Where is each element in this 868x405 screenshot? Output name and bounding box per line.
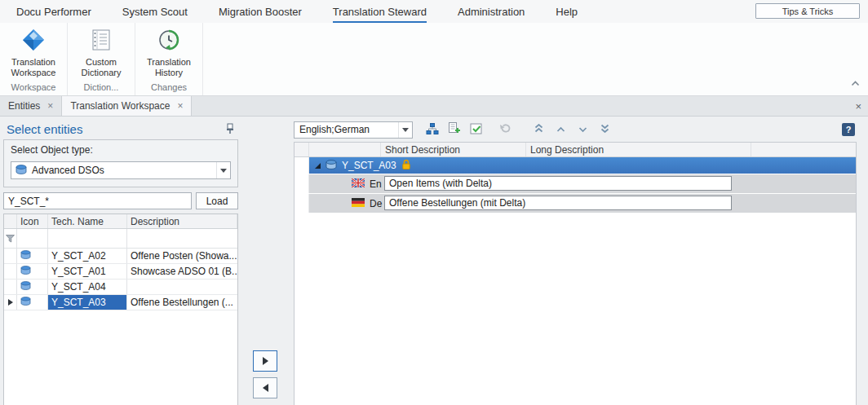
transfer-button-column bbox=[241, 117, 289, 405]
germany-flag-icon bbox=[352, 198, 365, 209]
column-header-short-description[interactable]: Short Description bbox=[381, 143, 526, 156]
close-icon[interactable]: × bbox=[47, 101, 53, 111]
tips-and-tricks-button[interactable]: Tips & Tricks bbox=[755, 3, 860, 19]
menu-item-system-scout[interactable]: System Scout bbox=[122, 0, 188, 23]
column-header-long-description[interactable]: Long Description bbox=[526, 143, 751, 156]
auto-filter-row[interactable] bbox=[4, 229, 237, 249]
column-header-tech-name[interactable]: Tech. Name bbox=[48, 214, 127, 228]
scroll-last-button[interactable] bbox=[596, 121, 613, 138]
document-tab-bar: Entities × Translation Workspace × × bbox=[0, 96, 868, 117]
language-label: De bbox=[370, 198, 382, 209]
column-header-entity[interactable] bbox=[309, 143, 381, 156]
close-icon[interactable]: × bbox=[177, 101, 183, 111]
menubar: Docu Performer System Scout Migration Bo… bbox=[0, 0, 868, 23]
undo-button[interactable] bbox=[496, 121, 514, 138]
load-button[interactable]: Load bbox=[196, 192, 238, 209]
adso-icon bbox=[20, 281, 31, 293]
translation-toolbar: English;German bbox=[292, 119, 857, 141]
translation-row[interactable]: De bbox=[294, 194, 856, 214]
ribbon: Translation Workspace Workspace bbox=[0, 23, 868, 96]
main-area: Select entities Select Object type: A bbox=[0, 117, 868, 405]
menu-item-docu-performer[interactable]: Docu Performer bbox=[16, 0, 91, 23]
tab-entities[interactable]: Entities × bbox=[0, 96, 62, 116]
row-indicator-cell bbox=[294, 157, 309, 174]
menu-item-help[interactable]: Help bbox=[556, 0, 578, 23]
adso-icon bbox=[16, 165, 27, 177]
check-box-icon bbox=[470, 123, 483, 137]
translation-history-icon bbox=[157, 28, 181, 55]
menu-item-translation-steward[interactable]: Translation Steward bbox=[333, 0, 427, 23]
tech-name-cell: Y_SCT_A04 bbox=[48, 280, 127, 294]
close-icon[interactable]: × bbox=[855, 96, 861, 116]
translation-row[interactable]: En bbox=[294, 174, 856, 194]
language-pair-combo[interactable]: English;German bbox=[294, 121, 413, 139]
translation-workspace-button[interactable]: Translation Workspace bbox=[6, 26, 61, 82]
help-button[interactable]: ? bbox=[842, 123, 855, 136]
object-type-value: Advanced DSOs bbox=[32, 165, 104, 176]
translation-grid-header: Short Description Long Description bbox=[294, 143, 856, 157]
custom-dictionary-button[interactable]: Custom Dictionary bbox=[73, 26, 129, 82]
table-row[interactable]: Y_SCT_A01 Showcase ADSO 01 (B... bbox=[4, 264, 237, 280]
ribbon-group-changes: Translation History Changes bbox=[135, 23, 203, 95]
chevron-down-icon bbox=[578, 124, 588, 135]
chevron-up-icon bbox=[851, 77, 860, 89]
menu-item-administration[interactable]: Administration bbox=[458, 0, 525, 23]
entity-node-row[interactable]: Y_SCT_A03 bbox=[294, 157, 856, 174]
object-type-groupbox: Select Object type: Advanced DSOs bbox=[3, 139, 238, 187]
adso-icon bbox=[20, 250, 31, 262]
hierarchy-view-button[interactable] bbox=[423, 121, 441, 138]
tech-name-cell: Y_SCT_A03 bbox=[48, 295, 127, 310]
language-label: En bbox=[370, 178, 382, 190]
tech-name-filter-input[interactable] bbox=[3, 192, 192, 209]
table-row[interactable]: Y_SCT_A04 bbox=[4, 280, 237, 295]
grid-empty-area bbox=[294, 214, 856, 405]
short-description-input[interactable] bbox=[384, 196, 732, 210]
object-type-combo[interactable]: Advanced DSOs bbox=[11, 161, 231, 179]
tab-label: Translation Workspace bbox=[70, 100, 170, 112]
arrow-left-icon bbox=[263, 384, 268, 392]
description-cell: Offene Bestellungen (... bbox=[127, 295, 237, 310]
collapse-node-icon[interactable] bbox=[315, 163, 321, 169]
ribbon-group-caption[interactable]: Changes bbox=[135, 82, 202, 95]
short-description-input[interactable] bbox=[384, 176, 732, 191]
lock-icon bbox=[401, 159, 411, 173]
scroll-prev-button[interactable] bbox=[551, 121, 569, 138]
ribbon-group-dictionary: Custom Dictionary Diction... bbox=[68, 23, 135, 95]
double-chevron-up-icon bbox=[534, 124, 544, 135]
language-pair-value: English;German bbox=[299, 124, 370, 135]
table-row-selected[interactable]: Y_SCT_A03 Offene Bestellungen (... bbox=[4, 295, 237, 310]
ribbon-group-workspace: Translation Workspace Workspace bbox=[0, 23, 68, 95]
ribbon-group-caption[interactable]: Diction... bbox=[68, 82, 135, 95]
tech-name-cell: Y_SCT_A01 bbox=[48, 264, 127, 279]
table-empty-area bbox=[4, 310, 237, 405]
sitemap-icon bbox=[426, 123, 439, 137]
add-translation-button[interactable] bbox=[445, 121, 463, 138]
menu-item-migration-booster[interactable]: Migration Booster bbox=[219, 0, 302, 23]
double-chevron-down-icon bbox=[600, 124, 610, 135]
scroll-first-button[interactable] bbox=[529, 121, 547, 138]
translation-history-button[interactable]: Translation History bbox=[141, 26, 197, 82]
column-header-description[interactable]: Description bbox=[127, 214, 237, 228]
translation-panel: English;German bbox=[289, 117, 868, 405]
tab-label: Entities bbox=[8, 100, 40, 112]
column-header-filler bbox=[751, 143, 856, 156]
confirm-translations-button[interactable] bbox=[467, 121, 485, 138]
remove-from-workspace-button[interactable] bbox=[253, 377, 277, 398]
add-to-workspace-button[interactable] bbox=[253, 350, 277, 372]
chevron-up-icon bbox=[556, 124, 566, 135]
custom-dictionary-icon bbox=[89, 28, 113, 55]
ribbon-collapse-button[interactable] bbox=[851, 77, 860, 89]
table-row[interactable]: Y_SCT_A02 Offene Posten (Showa... bbox=[4, 249, 237, 264]
entity-node-name: Y_SCT_A03 bbox=[342, 160, 396, 171]
ribbon-group-caption[interactable]: Workspace bbox=[0, 82, 67, 95]
dropdown-arrow-icon[interactable] bbox=[216, 162, 230, 178]
entity-node-bar[interactable]: Y_SCT_A03 bbox=[309, 157, 856, 174]
row-indicator-cell bbox=[294, 174, 309, 193]
tab-translation-workspace[interactable]: Translation Workspace × bbox=[62, 96, 192, 116]
row-indicator-cell bbox=[294, 194, 309, 213]
pin-icon[interactable] bbox=[225, 123, 235, 134]
column-header-icon[interactable]: Icon bbox=[17, 214, 48, 228]
dropdown-arrow-icon[interactable] bbox=[398, 122, 412, 138]
scroll-next-button[interactable] bbox=[574, 121, 591, 138]
adso-icon bbox=[20, 297, 31, 308]
